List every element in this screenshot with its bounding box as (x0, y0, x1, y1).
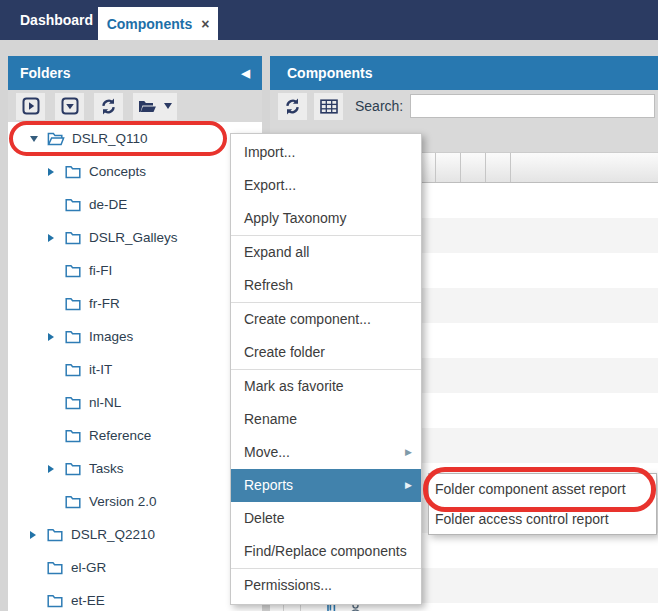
reports-submenu: Folder component asset report Folder acc… (428, 473, 657, 535)
open-folder-icon (138, 99, 157, 114)
menu-item-reports[interactable]: Reports ▶ (231, 469, 421, 502)
folders-panel: Folders ◀ (8, 56, 262, 611)
menu-item-apply-taxonomy[interactable]: Apply Taxonomy (231, 202, 421, 235)
submenu-arrow-icon: ▶ (405, 436, 412, 469)
folders-toolbar (8, 90, 262, 122)
folder-icon (47, 528, 64, 542)
folder-tree: DSLR_Q110 Concepts de-DE (8, 122, 262, 611)
search-label: Search: (355, 98, 403, 114)
tree-item-reference[interactable]: Reference (8, 419, 262, 452)
menu-item-import[interactable]: Import... (231, 136, 421, 169)
tree-item-label: fr-FR (89, 296, 120, 311)
components-toolbar: Search: (270, 90, 658, 122)
tree-item-label: fi-FI (89, 263, 112, 278)
menu-item-rename[interactable]: Rename (231, 403, 421, 436)
menu-item-create-component[interactable]: Create component... (231, 303, 421, 336)
tree-item-label: DSLR_Q110 (72, 131, 148, 146)
open-folder-menu-button[interactable] (133, 93, 177, 120)
top-tab-bar: Dashboard Components × (0, 0, 658, 40)
close-tab-icon[interactable]: × (201, 17, 209, 31)
menu-item-refresh[interactable]: Refresh (231, 269, 421, 302)
folder-icon (65, 429, 82, 443)
folder-icon (65, 330, 82, 344)
expand-node-icon[interactable] (48, 463, 63, 475)
tree-item-label: DSLR_Galleys (89, 230, 178, 245)
tree-item-label: Images (89, 329, 133, 344)
column-divider (510, 153, 511, 182)
folders-panel-title: Folders (20, 65, 71, 81)
expand-node-icon[interactable] (48, 232, 63, 244)
tree-item-version-2-0[interactable]: Version 2.0 (8, 485, 262, 518)
tab-components[interactable]: Components × (98, 7, 218, 40)
expand-all-button[interactable] (16, 93, 45, 120)
menu-item-mark-as-favorite[interactable]: Mark as favorite (231, 370, 421, 403)
tree-item-tasks[interactable]: Tasks (8, 452, 262, 485)
submenu-item-folder-component-asset-report[interactable]: Folder component asset report (429, 474, 656, 504)
tree-item-fr-fr[interactable]: fr-FR (8, 287, 262, 320)
open-folder-icon (47, 132, 65, 146)
tree-item-concepts[interactable]: Concepts (8, 155, 262, 188)
collapse-all-icon (61, 97, 79, 115)
folders-panel-header: Folders ◀ (8, 56, 262, 90)
menu-item-delete[interactable]: Delete (231, 502, 421, 535)
expand-node-icon[interactable] (48, 166, 63, 178)
table-view-button[interactable] (314, 93, 343, 120)
tree-item-nl-nl[interactable]: nl-NL (8, 386, 262, 419)
tree-item-label: de-DE (89, 197, 127, 212)
folder-icon (65, 297, 82, 311)
search-input[interactable] (410, 94, 655, 118)
menu-item-export[interactable]: Export... (231, 169, 421, 202)
tree-item-de-de[interactable]: de-DE (8, 188, 262, 221)
refresh-icon (99, 97, 118, 116)
tree-item-label: el-GR (71, 560, 106, 575)
tree-item-label: it-IT (89, 362, 112, 377)
folder-icon (65, 231, 82, 245)
collapse-node-icon[interactable] (30, 133, 45, 145)
expand-all-icon (22, 97, 40, 115)
tree-item-label: nl-NL (89, 395, 121, 410)
folder-icon (47, 561, 64, 575)
components-panel-header: Components (270, 56, 658, 90)
refresh-tree-button[interactable] (94, 93, 123, 120)
refresh-icon (283, 97, 302, 116)
folder-icon (65, 462, 82, 476)
menu-item-move[interactable]: Move... ▶ (231, 436, 421, 469)
collapse-all-button[interactable] (55, 93, 84, 120)
menu-item-permissions[interactable]: Permissions... (231, 569, 421, 602)
tree-item-images[interactable]: Images (8, 320, 262, 353)
column-divider (460, 153, 461, 182)
column-divider (435, 153, 436, 182)
components-panel-title: Components (282, 65, 373, 81)
tree-item-label: DSLR_Q2210 (71, 527, 155, 542)
folder-icon (65, 363, 82, 377)
tree-item-dslr-q2210[interactable]: DSLR_Q2210 (8, 518, 262, 551)
column-divider (485, 153, 486, 182)
submenu-arrow-icon: ▶ (405, 469, 412, 502)
submenu-item-folder-access-control-report[interactable]: Folder access control report (429, 504, 656, 534)
tree-item-dslr-galleys[interactable]: DSLR_Galleys (8, 221, 262, 254)
refresh-list-button[interactable] (278, 93, 307, 120)
application-window: Dashboard Components × Folders ◀ (0, 0, 658, 611)
caret-down-icon (164, 103, 172, 109)
tab-components-label: Components (107, 16, 193, 32)
tree-item-label: Tasks (89, 461, 124, 476)
expand-node-icon[interactable] (30, 529, 45, 541)
menu-item-create-folder[interactable]: Create folder (231, 336, 421, 369)
folder-context-menu: Import... Export... Apply Taxonomy Expan… (230, 133, 422, 605)
tree-item-it-it[interactable]: it-IT (8, 353, 262, 386)
folder-icon (65, 264, 82, 278)
menu-item-find-replace-components[interactable]: Find/Replace components (231, 535, 421, 568)
folder-icon (65, 396, 82, 410)
folder-icon (65, 165, 82, 179)
tab-dashboard[interactable]: Dashboard (20, 0, 93, 40)
tree-item-el-gr[interactable]: el-GR (8, 551, 262, 584)
tree-item-fi-fi[interactable]: fi-FI (8, 254, 262, 287)
folder-icon (65, 198, 82, 212)
tree-item-dslr-q110[interactable]: DSLR_Q110 (8, 122, 262, 155)
collapse-panel-icon[interactable]: ◀ (242, 56, 250, 90)
menu-item-expand-all[interactable]: Expand all (231, 236, 421, 269)
tree-item-label: Reference (89, 428, 151, 443)
menu-item-label: Move... (244, 444, 290, 460)
tree-item-et-ee[interactable]: et-EE (8, 584, 262, 611)
expand-node-icon[interactable] (48, 331, 63, 343)
